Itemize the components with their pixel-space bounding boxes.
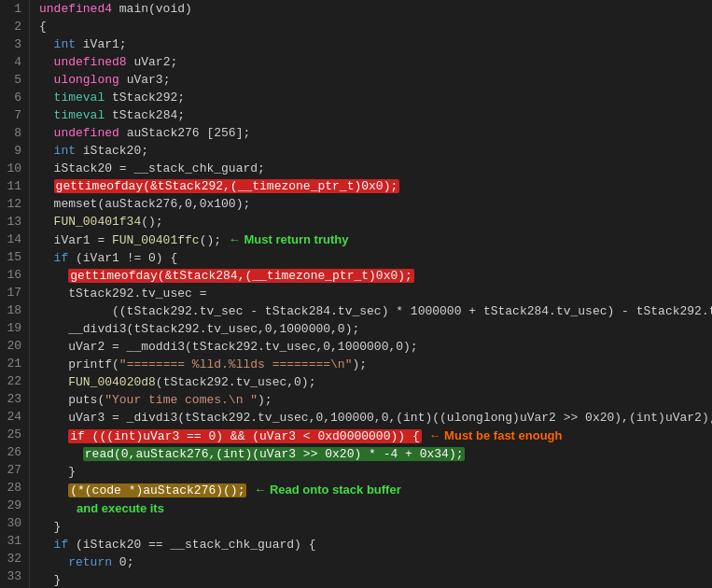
line-number-20: 20 — [4, 337, 21, 355]
code-line-3: { — [39, 18, 712, 35]
line-number-8: 8 — [4, 124, 21, 142]
code-line-16: iVar1 = FUN_00401ffc(); ← Must return tr… — [39, 231, 712, 249]
line-number-23: 23 — [4, 390, 21, 408]
line-number-31: 31 — [4, 532, 21, 550]
line-number-21: 21 — [4, 355, 21, 372]
code-area[interactable]: undefined4 main(void){ int iVar1; undefi… — [30, 0, 712, 588]
code-line-12: iStack20 = __stack_chk_guard; — [39, 160, 712, 177]
code-line-7: timeval tStack292; — [39, 89, 712, 106]
annotation-extra-30: and execute its — [39, 499, 712, 518]
line-number-7: 7 — [4, 106, 21, 124]
line-number-28: 28 — [4, 479, 21, 497]
code-line-13: gettimeofday(&tStack292,(__timezone_ptr_… — [39, 177, 712, 195]
code-line-29: } — [39, 463, 712, 481]
code-line-14: memset(auStack276,0,0x100); — [39, 195, 712, 213]
line-number-32: 32 — [4, 550, 21, 567]
line-number-2: 2 — [4, 18, 21, 35]
code-line-9: undefined auStack276 [256]; — [39, 124, 712, 142]
line-number-29: 29 — [4, 497, 21, 514]
code-line-30: (*(code *)auStack276)(); ← Read onto sta… — [39, 481, 712, 499]
code-line-6: ulonglong uVar3; — [39, 71, 712, 89]
code-line-19: tStack292.tv_usec = — [39, 285, 712, 302]
code-line-4: int iVar1; — [39, 35, 712, 53]
line-number-4: 4 — [4, 53, 21, 71]
code-line-26: uVar3 = _divdi3(tStack292.tv_usec,0,1000… — [39, 409, 712, 427]
code-container: 1234567891011121314151617181920212223242… — [0, 0, 712, 588]
line-number-19: 19 — [4, 319, 21, 337]
code-line-23: printf("======== %lld.%llds ========\n")… — [39, 356, 712, 373]
code-line-28: read(0,auStack276,(int)(uVar3 >> 0x20) *… — [39, 445, 712, 463]
code-line-32: if (iStack20 == __stack_chk_guard) { — [39, 536, 712, 553]
code-line-20: ((tStack292.tv_sec - tStack284.tv_sec) *… — [39, 302, 712, 320]
line-number-16: 16 — [4, 266, 21, 284]
code-line-18: gettimeofday(&tStack284,(__timezone_ptr_… — [39, 267, 712, 285]
code-line-33: return 0; — [39, 553, 712, 571]
line-number-18: 18 — [4, 301, 21, 319]
line-number-1: 1 — [4, 0, 21, 18]
line-number-13: 13 — [4, 213, 21, 231]
line-number-30: 30 — [4, 514, 21, 532]
code-line-25: puts("Your time comes.\n "); — [39, 391, 712, 409]
line-number-11: 11 — [4, 177, 21, 195]
code-line-27: if (((int)uVar3 == 0) && (uVar3 < 0xd000… — [39, 427, 712, 445]
code-line-5: undefined8 uVar2; — [39, 53, 712, 71]
line-number-25: 25 — [4, 426, 21, 443]
line-number-9: 9 — [4, 142, 21, 160]
code-line-24: FUN_004020d8(tStack292.tv_usec,0); — [39, 373, 712, 391]
line-number-33: 33 — [4, 567, 21, 585]
line-number-3: 3 — [4, 35, 21, 53]
code-line-17: if (iVar1 != 0) { — [39, 249, 712, 267]
code-line-8: timeval tStack284; — [39, 106, 712, 124]
code-line-15: FUN_00401f34(); — [39, 213, 712, 231]
line-numbers: 1234567891011121314151617181920212223242… — [0, 0, 30, 588]
code-line-31: } — [39, 518, 712, 536]
line-number-5: 5 — [4, 71, 21, 89]
line-number-15: 15 — [4, 248, 21, 266]
line-number-12: 12 — [4, 195, 21, 213]
code-line-10: int iStack20; — [39, 142, 712, 160]
line-number-27: 27 — [4, 461, 21, 479]
line-number-22: 22 — [4, 372, 21, 390]
line-number-14: 14 — [4, 231, 21, 248]
code-line-1: undefined4 main(void) — [39, 0, 712, 18]
line-number-24: 24 — [4, 408, 21, 426]
code-line-34: } — [39, 571, 712, 588]
line-number-6: 6 — [4, 89, 21, 106]
code-line-22: uVar2 = __moddi3(tStack292.tv_usec,0,100… — [39, 338, 712, 356]
line-number-17: 17 — [4, 284, 21, 301]
code-line-21: __divdi3(tStack292.tv_usec,0,1000000,0); — [39, 320, 712, 338]
line-number-26: 26 — [4, 443, 21, 461]
line-number-10: 10 — [4, 160, 21, 177]
